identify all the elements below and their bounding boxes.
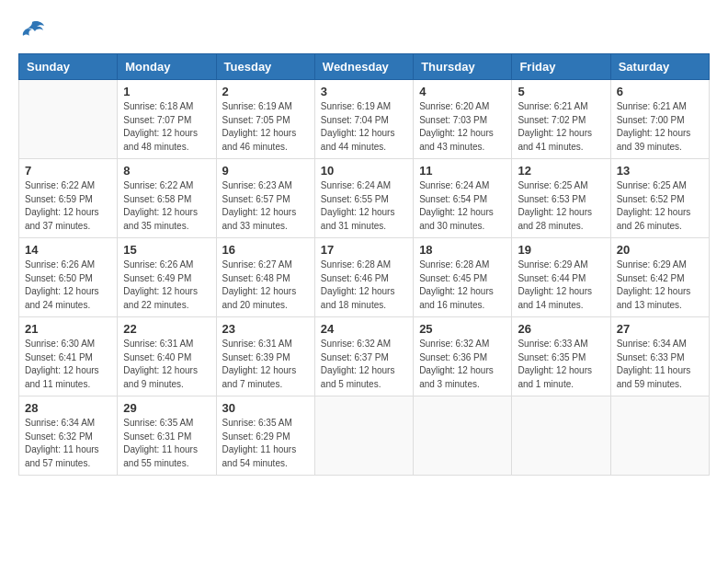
day-number: 16 [222,243,309,257]
day-info: Sunrise: 6:18 AMSunset: 7:07 PMDaylight:… [123,100,210,154]
calendar-cell: 19Sunrise: 6:29 AMSunset: 6:44 PMDayligh… [512,238,610,317]
day-info: Sunrise: 6:24 AMSunset: 6:54 PMDaylight:… [419,179,506,233]
day-info: Sunrise: 6:28 AMSunset: 6:46 PMDaylight:… [321,259,407,312]
calendar-cell: 30Sunrise: 6:35 AMSunset: 6:29 PMDayligh… [216,396,314,476]
day-number: 28 [25,401,111,415]
calendar-cell: 21Sunrise: 6:30 AMSunset: 6:41 PMDayligh… [19,317,118,396]
day-info: Sunrise: 6:29 AMSunset: 6:44 PMDaylight:… [518,259,604,312]
day-number: 24 [321,322,407,336]
day-info: Sunrise: 6:20 AMSunset: 7:03 PMDaylight:… [419,100,506,154]
day-number: 18 [419,243,506,257]
calendar-cell: 18Sunrise: 6:28 AMSunset: 6:45 PMDayligh… [414,238,512,317]
calendar-cell [610,396,709,476]
calendar-header-row: SundayMondayTuesdayWednesdayThursdayFrid… [19,54,710,80]
day-info: Sunrise: 6:27 AMSunset: 6:48 PMDaylight:… [222,259,309,312]
day-number: 8 [123,164,210,178]
day-info: Sunrise: 6:19 AMSunset: 7:05 PMDaylight:… [222,100,309,154]
calendar-cell: 7Sunrise: 6:22 AMSunset: 6:59 PMDaylight… [19,159,118,238]
calendar-cell [19,80,118,159]
calendar-cell: 22Sunrise: 6:31 AMSunset: 6:40 PMDayligh… [118,317,216,396]
calendar-cell: 6Sunrise: 6:21 AMSunset: 7:00 PMDaylight… [610,80,709,159]
day-number: 19 [518,243,604,257]
calendar-cell: 4Sunrise: 6:20 AMSunset: 7:03 PMDaylight… [414,80,512,159]
day-number: 1 [123,85,210,98]
logo [18,18,50,44]
day-number: 4 [419,85,506,98]
calendar-cell: 24Sunrise: 6:32 AMSunset: 6:37 PMDayligh… [314,317,413,396]
day-number: 5 [518,85,604,98]
calendar-cell: 3Sunrise: 6:19 AMSunset: 7:04 PMDaylight… [314,80,413,159]
day-number: 25 [419,322,506,336]
day-number: 2 [222,85,309,98]
calendar-cell: 17Sunrise: 6:28 AMSunset: 6:46 PMDayligh… [314,238,413,317]
header-monday: Monday [118,54,216,80]
day-number: 23 [222,322,309,336]
day-info: Sunrise: 6:31 AMSunset: 6:40 PMDaylight:… [123,338,210,391]
calendar-cell: 27Sunrise: 6:34 AMSunset: 6:33 PMDayligh… [610,317,709,396]
header-tuesday: Tuesday [216,54,314,80]
calendar-cell: 20Sunrise: 6:29 AMSunset: 6:42 PMDayligh… [610,238,709,317]
calendar-table: SundayMondayTuesdayWednesdayThursdayFrid… [18,53,710,476]
day-info: Sunrise: 6:22 AMSunset: 6:59 PMDaylight:… [25,179,111,233]
day-info: Sunrise: 6:22 AMSunset: 6:58 PMDaylight:… [123,179,210,233]
day-number: 15 [123,243,210,257]
day-number: 30 [222,401,309,415]
day-info: Sunrise: 6:30 AMSunset: 6:41 PMDaylight:… [25,338,111,391]
day-info: Sunrise: 6:33 AMSunset: 6:35 PMDaylight:… [518,338,604,391]
calendar-cell: 11Sunrise: 6:24 AMSunset: 6:54 PMDayligh… [414,159,512,238]
day-info: Sunrise: 6:23 AMSunset: 6:57 PMDaylight:… [222,179,309,233]
day-number: 22 [123,322,210,336]
header-friday: Friday [512,54,610,80]
day-number: 11 [419,164,506,178]
calendar-week-row: 21Sunrise: 6:30 AMSunset: 6:41 PMDayligh… [19,317,710,396]
calendar-cell: 9Sunrise: 6:23 AMSunset: 6:57 PMDaylight… [216,159,314,238]
calendar-cell: 12Sunrise: 6:25 AMSunset: 6:53 PMDayligh… [512,159,610,238]
calendar-cell: 14Sunrise: 6:26 AMSunset: 6:50 PMDayligh… [19,238,118,317]
calendar-cell: 26Sunrise: 6:33 AMSunset: 6:35 PMDayligh… [512,317,610,396]
day-number: 9 [222,164,309,178]
day-number: 27 [617,322,703,336]
calendar-cell: 10Sunrise: 6:24 AMSunset: 6:55 PMDayligh… [314,159,413,238]
day-number: 26 [518,322,604,336]
calendar-cell: 25Sunrise: 6:32 AMSunset: 6:36 PMDayligh… [414,317,512,396]
day-number: 17 [321,243,407,257]
calendar-cell: 15Sunrise: 6:26 AMSunset: 6:49 PMDayligh… [118,238,216,317]
calendar-cell [512,396,610,476]
calendar-cell: 29Sunrise: 6:35 AMSunset: 6:31 PMDayligh… [118,396,216,476]
header-thursday: Thursday [414,54,512,80]
calendar-cell: 8Sunrise: 6:22 AMSunset: 6:58 PMDaylight… [118,159,216,238]
day-info: Sunrise: 6:19 AMSunset: 7:04 PMDaylight:… [321,100,407,154]
day-info: Sunrise: 6:34 AMSunset: 6:32 PMDaylight:… [25,417,111,470]
day-info: Sunrise: 6:25 AMSunset: 6:53 PMDaylight:… [518,179,604,233]
day-info: Sunrise: 6:35 AMSunset: 6:31 PMDaylight:… [123,417,210,470]
day-info: Sunrise: 6:34 AMSunset: 6:33 PMDaylight:… [617,338,703,391]
calendar-week-row: 14Sunrise: 6:26 AMSunset: 6:50 PMDayligh… [19,238,710,317]
header-wednesday: Wednesday [314,54,413,80]
day-info: Sunrise: 6:26 AMSunset: 6:49 PMDaylight:… [123,259,210,312]
day-number: 29 [123,401,210,415]
day-info: Sunrise: 6:32 AMSunset: 6:37 PMDaylight:… [321,338,407,391]
logo-icon [18,18,46,44]
day-number: 13 [617,164,703,178]
calendar-cell [314,396,413,476]
calendar-cell: 16Sunrise: 6:27 AMSunset: 6:48 PMDayligh… [216,238,314,317]
day-number: 20 [617,243,703,257]
day-info: Sunrise: 6:21 AMSunset: 7:02 PMDaylight:… [518,100,604,154]
day-info: Sunrise: 6:26 AMSunset: 6:50 PMDaylight:… [25,259,111,312]
day-number: 21 [25,322,111,336]
calendar-cell: 23Sunrise: 6:31 AMSunset: 6:39 PMDayligh… [216,317,314,396]
day-number: 14 [25,243,111,257]
day-number: 7 [25,164,111,178]
calendar-cell [414,396,512,476]
header-saturday: Saturday [610,54,709,80]
calendar-week-row: 1Sunrise: 6:18 AMSunset: 7:07 PMDaylight… [19,80,710,159]
day-info: Sunrise: 6:32 AMSunset: 6:36 PMDaylight:… [419,338,506,391]
day-number: 12 [518,164,604,178]
calendar-week-row: 28Sunrise: 6:34 AMSunset: 6:32 PMDayligh… [19,396,710,476]
day-info: Sunrise: 6:35 AMSunset: 6:29 PMDaylight:… [222,417,309,470]
day-number: 6 [617,85,703,98]
day-number: 10 [321,164,407,178]
calendar-week-row: 7Sunrise: 6:22 AMSunset: 6:59 PMDaylight… [19,159,710,238]
day-info: Sunrise: 6:21 AMSunset: 7:00 PMDaylight:… [617,100,703,154]
calendar-cell: 5Sunrise: 6:21 AMSunset: 7:02 PMDaylight… [512,80,610,159]
